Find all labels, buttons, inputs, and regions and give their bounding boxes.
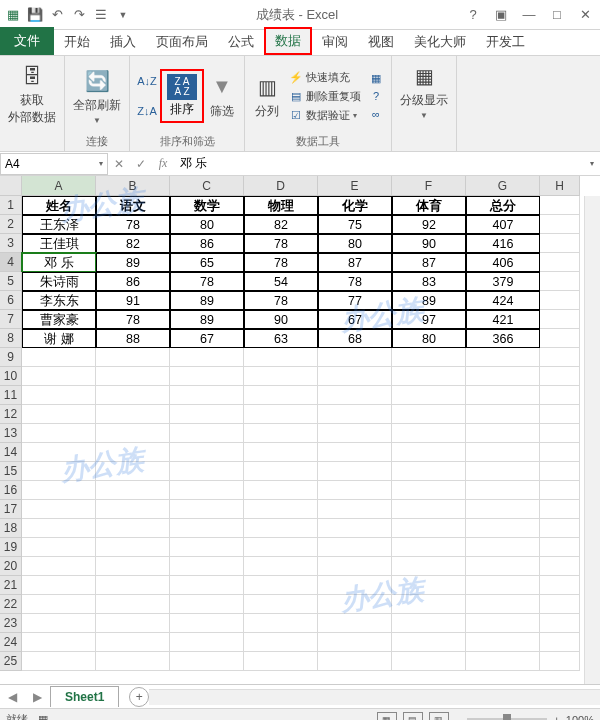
cell[interactable] xyxy=(22,557,96,576)
cell[interactable] xyxy=(540,253,580,272)
cell[interactable] xyxy=(170,367,244,386)
cell[interactable]: 78 xyxy=(170,272,244,291)
cell[interactable]: 77 xyxy=(318,291,392,310)
cell[interactable] xyxy=(392,557,466,576)
cell[interactable] xyxy=(540,405,580,424)
cell[interactable] xyxy=(96,443,170,462)
text-to-columns-button[interactable]: ▥ 分列 xyxy=(251,71,283,122)
page-layout-view-button[interactable]: ▤ xyxy=(403,712,423,721)
cell[interactable] xyxy=(22,462,96,481)
accept-formula-icon[interactable]: ✓ xyxy=(130,157,152,171)
cell[interactable]: 75 xyxy=(318,215,392,234)
col-header[interactable]: A xyxy=(22,176,96,196)
cell[interactable]: 78 xyxy=(244,234,318,253)
cell[interactable] xyxy=(244,614,318,633)
cell[interactable] xyxy=(466,348,540,367)
cell[interactable] xyxy=(466,633,540,652)
cell[interactable]: 97 xyxy=(392,310,466,329)
row-header[interactable]: 1 xyxy=(0,196,22,215)
cell[interactable] xyxy=(318,348,392,367)
cell[interactable] xyxy=(318,576,392,595)
horizontal-scrollbar[interactable] xyxy=(149,689,600,705)
cell[interactable] xyxy=(96,538,170,557)
cell[interactable] xyxy=(540,500,580,519)
row-header[interactable]: 2 xyxy=(0,215,22,234)
row-header[interactable]: 8 xyxy=(0,329,22,348)
row-header[interactable]: 7 xyxy=(0,310,22,329)
consolidate-button[interactable]: ▦ xyxy=(367,70,385,86)
cell[interactable]: 88 xyxy=(96,329,170,348)
cell[interactable] xyxy=(96,576,170,595)
relations-button[interactable]: ∞ xyxy=(367,106,385,122)
cell[interactable] xyxy=(540,310,580,329)
cell[interactable]: 89 xyxy=(170,291,244,310)
cell[interactable] xyxy=(170,538,244,557)
cell[interactable] xyxy=(22,633,96,652)
cell[interactable] xyxy=(540,367,580,386)
cell[interactable] xyxy=(244,443,318,462)
cell[interactable]: 谢 娜 xyxy=(22,329,96,348)
cell[interactable] xyxy=(466,538,540,557)
outline-button[interactable]: ▦ 分级显示 ▼ xyxy=(398,60,450,122)
cell[interactable] xyxy=(96,519,170,538)
row-header[interactable]: 12 xyxy=(0,405,22,424)
cell[interactable] xyxy=(466,386,540,405)
help-icon[interactable]: ? xyxy=(462,7,484,22)
row-header[interactable]: 25 xyxy=(0,652,22,671)
cell[interactable] xyxy=(22,443,96,462)
cell[interactable]: 78 xyxy=(96,215,170,234)
cell[interactable] xyxy=(96,481,170,500)
cell[interactable] xyxy=(540,215,580,234)
cell[interactable] xyxy=(540,652,580,671)
cell[interactable] xyxy=(22,500,96,519)
col-header[interactable]: F xyxy=(392,176,466,196)
cell[interactable]: 90 xyxy=(392,234,466,253)
tab-dev[interactable]: 开发工 xyxy=(476,29,535,55)
cell[interactable] xyxy=(466,424,540,443)
row-header[interactable]: 22 xyxy=(0,595,22,614)
row-header[interactable]: 14 xyxy=(0,443,22,462)
redo-icon[interactable]: ↷ xyxy=(70,6,88,24)
expand-formula-icon[interactable]: ▾ xyxy=(584,159,600,168)
cell[interactable] xyxy=(466,595,540,614)
cell[interactable] xyxy=(392,367,466,386)
cell[interactable] xyxy=(540,386,580,405)
cell[interactable] xyxy=(392,405,466,424)
cell[interactable] xyxy=(170,348,244,367)
cell[interactable] xyxy=(244,519,318,538)
cell[interactable] xyxy=(244,386,318,405)
cell[interactable] xyxy=(466,405,540,424)
cell[interactable] xyxy=(466,500,540,519)
col-header[interactable]: E xyxy=(318,176,392,196)
cell[interactable] xyxy=(392,500,466,519)
cell[interactable]: 体育 xyxy=(392,196,466,215)
cell[interactable] xyxy=(318,443,392,462)
cell[interactable] xyxy=(540,614,580,633)
cell[interactable] xyxy=(22,614,96,633)
cell[interactable] xyxy=(244,367,318,386)
row-header[interactable]: 20 xyxy=(0,557,22,576)
cell[interactable] xyxy=(540,234,580,253)
cell[interactable]: 65 xyxy=(170,253,244,272)
row-header[interactable]: 21 xyxy=(0,576,22,595)
sheet-tab[interactable]: Sheet1 xyxy=(50,686,119,707)
cell[interactable] xyxy=(170,424,244,443)
cell[interactable] xyxy=(318,500,392,519)
cell[interactable] xyxy=(22,595,96,614)
cell[interactable] xyxy=(392,519,466,538)
maximize-icon[interactable]: □ xyxy=(546,7,568,22)
cell[interactable] xyxy=(170,462,244,481)
cell[interactable]: 89 xyxy=(392,291,466,310)
cell[interactable] xyxy=(244,348,318,367)
cell[interactable] xyxy=(96,652,170,671)
cell[interactable]: 91 xyxy=(96,291,170,310)
cell[interactable]: 王东泽 xyxy=(22,215,96,234)
cell[interactable]: 78 xyxy=(244,253,318,272)
cell[interactable] xyxy=(96,500,170,519)
cell[interactable]: 姓名 xyxy=(22,196,96,215)
cell[interactable]: 数学 xyxy=(170,196,244,215)
cell[interactable]: 化学 xyxy=(318,196,392,215)
col-header[interactable]: G xyxy=(466,176,540,196)
cell[interactable]: 80 xyxy=(318,234,392,253)
row-header[interactable]: 18 xyxy=(0,519,22,538)
